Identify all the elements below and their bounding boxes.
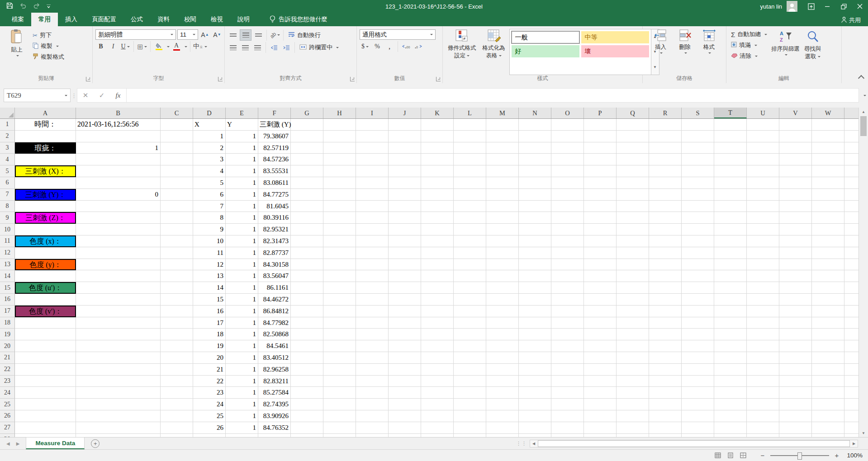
cell-N6[interactable] <box>519 177 551 189</box>
cell-C28[interactable] <box>161 434 193 437</box>
cell-J3[interactable] <box>389 142 421 154</box>
cell-I23[interactable] <box>356 376 389 387</box>
cell-T4[interactable] <box>714 154 747 165</box>
cell-S15[interactable] <box>682 282 714 294</box>
cell-T28[interactable] <box>714 434 747 437</box>
column-header-F[interactable]: F <box>258 108 291 118</box>
column-header-E[interactable]: E <box>226 108 258 118</box>
cell-W12[interactable] <box>812 247 844 259</box>
cell-A11[interactable]: 色度 (x)： <box>15 235 76 247</box>
cell-A14[interactable] <box>15 270 76 282</box>
cell-L21[interactable] <box>454 352 486 364</box>
cell-G27[interactable] <box>291 422 323 434</box>
clear-button[interactable]: 清除 <box>729 51 769 61</box>
cell-L25[interactable] <box>454 399 486 410</box>
cell-C10[interactable] <box>161 224 193 235</box>
cell-style-4[interactable]: 壞 <box>581 45 649 57</box>
user-name[interactable]: yutan lin <box>760 3 782 10</box>
cell-R13[interactable] <box>649 259 682 271</box>
row-header-24[interactable]: 24 <box>0 387 15 399</box>
enter-icon[interactable]: ✓ <box>94 91 110 99</box>
wrap-text-button[interactable]: 自動換行 <box>286 30 323 41</box>
cell-V15[interactable] <box>779 282 812 294</box>
cell-C26[interactable] <box>161 410 193 422</box>
cell-W21[interactable] <box>812 352 844 364</box>
cell-B10[interactable] <box>76 224 161 235</box>
scroll-down-icon[interactable]: ▼ <box>859 429 868 437</box>
zoom-level[interactable]: 100% <box>844 452 863 459</box>
cell-I13[interactable] <box>356 259 389 271</box>
cell-G23[interactable] <box>291 376 323 387</box>
row-header-15[interactable]: 15 <box>0 282 15 294</box>
row-header-7[interactable]: 7 <box>0 189 15 201</box>
cell-H15[interactable] <box>323 282 356 294</box>
cell-C24[interactable] <box>161 387 193 399</box>
cell-J7[interactable] <box>389 189 421 201</box>
cell-R27[interactable] <box>649 422 682 434</box>
cell-O26[interactable] <box>551 410 584 422</box>
cell-C9[interactable] <box>161 212 193 224</box>
cell-P15[interactable] <box>584 282 617 294</box>
cell-P17[interactable] <box>584 306 617 317</box>
cell-N9[interactable] <box>519 212 551 224</box>
cell-H23[interactable] <box>323 376 356 387</box>
column-header-J[interactable]: J <box>389 108 421 118</box>
cell-G2[interactable] <box>291 131 323 142</box>
cell-W22[interactable] <box>812 364 844 376</box>
cell-U14[interactable] <box>747 270 779 282</box>
cell-H20[interactable] <box>323 340 356 352</box>
cell-G14[interactable] <box>291 270 323 282</box>
cell-V3[interactable] <box>779 142 812 154</box>
cell-M1[interactable] <box>486 119 519 131</box>
cell-Q17[interactable] <box>617 306 649 317</box>
cell-D7[interactable]: 6 <box>193 189 226 201</box>
cell-J13[interactable] <box>389 259 421 271</box>
cell-E4[interactable]: 1 <box>226 154 258 165</box>
font-color-icon[interactable]: A <box>171 42 182 52</box>
cell-A15[interactable]: 色度 (u')： <box>15 282 76 294</box>
cell-F14[interactable]: 83.56047 <box>258 270 291 282</box>
cell-U28[interactable] <box>747 434 779 437</box>
cell-G19[interactable] <box>291 329 323 340</box>
cell-U11[interactable] <box>747 235 779 247</box>
cell-K17[interactable] <box>421 306 454 317</box>
tab-data[interactable]: 資料 <box>150 13 177 26</box>
cell-K22[interactable] <box>421 364 454 376</box>
cell-O21[interactable] <box>551 352 584 364</box>
cell-L18[interactable] <box>454 317 486 329</box>
column-header-V[interactable]: V <box>779 108 812 118</box>
cell-B7[interactable]: 0 <box>76 189 161 201</box>
column-header-D[interactable]: D <box>193 108 226 118</box>
cell-B3[interactable]: 1 <box>76 142 161 154</box>
cell-W18[interactable] <box>812 317 844 329</box>
cell-Q3[interactable] <box>617 142 649 154</box>
cell-Q1[interactable] <box>617 119 649 131</box>
cell-A25[interactable] <box>15 399 76 410</box>
cell-T25[interactable] <box>714 399 747 410</box>
cell-R12[interactable] <box>649 247 682 259</box>
cell-M9[interactable] <box>486 212 519 224</box>
cell-N20[interactable] <box>519 340 551 352</box>
cell-W24[interactable] <box>812 387 844 399</box>
copy-button[interactable]: 複製 <box>31 41 66 52</box>
row-header-13[interactable]: 13 <box>0 259 15 271</box>
column-header-G[interactable]: G <box>291 108 323 118</box>
number-format-combo[interactable]: 通用格式 <box>360 29 436 40</box>
cell-A17[interactable]: 色度 (v')： <box>15 306 76 317</box>
cell-T9[interactable] <box>714 212 747 224</box>
cell-H16[interactable] <box>323 294 356 306</box>
cell-M14[interactable] <box>486 270 519 282</box>
cell-D8[interactable]: 7 <box>193 201 226 212</box>
cell-Q22[interactable] <box>617 364 649 376</box>
cell-U26[interactable] <box>747 410 779 422</box>
cell-U17[interactable] <box>747 306 779 317</box>
cell-M25[interactable] <box>486 399 519 410</box>
cell-D11[interactable]: 10 <box>193 235 226 247</box>
cell-style-1[interactable]: 一般 <box>512 31 579 43</box>
cell-I8[interactable] <box>356 201 389 212</box>
cell-S3[interactable] <box>682 142 714 154</box>
cell-partial-20[interactable] <box>844 340 859 352</box>
cell-partial-9[interactable] <box>844 212 859 224</box>
cell-H17[interactable] <box>323 306 356 317</box>
cell-Q15[interactable] <box>617 282 649 294</box>
